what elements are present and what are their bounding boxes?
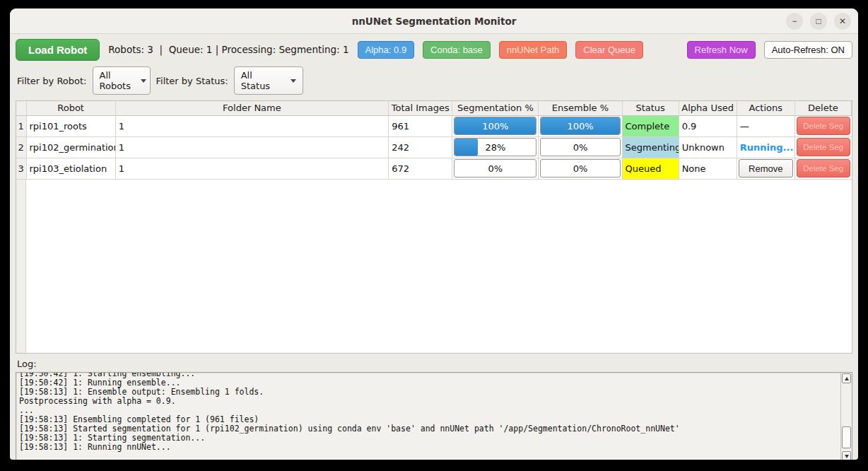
row-number: 3 xyxy=(16,158,26,179)
scroll-down-icon[interactable] xyxy=(842,451,851,460)
robot-table: Robot Folder Name Total Images Segmentat… xyxy=(16,100,852,354)
progress-label: 0% xyxy=(541,139,619,156)
cell-segmentation: 28% xyxy=(452,136,539,158)
close-button[interactable]: ✕ xyxy=(834,13,851,30)
delete-seg-button[interactable]: Delete Seg xyxy=(797,117,850,135)
status-badge: Complete xyxy=(622,115,679,136)
cell-folder: 1 xyxy=(115,136,388,158)
cell-alpha-used: 0.9 xyxy=(679,115,737,136)
cell-alpha-used: Unknown xyxy=(679,136,737,158)
robot-table-body: 1 rpi101_roots 1 961 100% 100% Complete … xyxy=(16,115,852,179)
cell-alpha-used: None xyxy=(679,158,737,179)
log-area[interactable]: [19:50:42] 1: Starting ensembling...[19:… xyxy=(16,372,852,460)
status-badge: Segmenting xyxy=(622,136,679,158)
cell-total-images: 672 xyxy=(389,158,452,179)
table-row[interactable]: 1 rpi101_roots 1 961 100% 100% Complete … xyxy=(16,115,852,136)
window-title: nnUNet Segmentation Monitor xyxy=(352,16,517,27)
progress-label: 0% xyxy=(454,160,536,177)
progress-label: 0% xyxy=(541,160,619,177)
running-label: Running... xyxy=(739,142,794,153)
scroll-up-icon[interactable] xyxy=(842,373,851,383)
log-line: [19:58:13] 1: Running nnUNet... xyxy=(19,443,852,452)
progress-label: 100% xyxy=(454,117,536,134)
log-line: Postprocessing with alpha = 0.9. xyxy=(19,397,852,406)
row-number: 2 xyxy=(16,136,26,158)
header-folder-name: Folder Name xyxy=(115,101,388,115)
segmentation-progressbar: 0% xyxy=(454,159,536,178)
cell-ensemble: 100% xyxy=(539,115,622,136)
nnunet-path-button[interactable]: nnUNet Path xyxy=(499,41,567,59)
cell-robot: rpi102_germination xyxy=(26,136,115,158)
cell-robot: rpi101_roots xyxy=(26,115,115,136)
log-scrollbar[interactable] xyxy=(840,373,852,460)
robot-filter-dropdown[interactable]: All Robots xyxy=(93,66,151,95)
progress-label: 100% xyxy=(541,117,619,134)
filter-bar: Filter by Robot: All Robots Filter by St… xyxy=(10,65,858,100)
cell-delete: Delete Seg xyxy=(794,158,851,179)
header-alpha-used: Alpha Used xyxy=(679,101,737,115)
chevron-down-icon xyxy=(291,79,296,83)
header-actions: Actions xyxy=(737,101,794,115)
cell-ensemble: 0% xyxy=(539,158,622,179)
cell-robot: rpi103_etiolation xyxy=(26,158,115,179)
cell-folder: 1 xyxy=(115,158,388,179)
filter-robot-label: Filter by Robot: xyxy=(17,76,87,86)
delete-seg-button[interactable]: Delete Seg xyxy=(797,138,850,156)
alpha-button[interactable]: Alpha: 0.9 xyxy=(358,41,415,59)
maximize-button[interactable]: □ xyxy=(810,13,827,30)
conda-env-button[interactable]: Conda: base xyxy=(423,41,491,59)
cell-folder: 1 xyxy=(115,115,388,136)
status-badge: Queued xyxy=(622,158,679,179)
auto-refresh-toggle[interactable]: Auto-Refresh: ON xyxy=(764,41,852,59)
load-robot-button[interactable]: Load Robot xyxy=(16,39,100,61)
cell-actions: Remove xyxy=(737,158,794,179)
header-robot: Robot xyxy=(26,101,115,115)
minimize-button[interactable]: − xyxy=(786,13,803,30)
status-filter-value: All Status xyxy=(241,70,281,91)
cell-segmentation: 0% xyxy=(452,158,539,179)
window-controls: − □ ✕ xyxy=(786,13,851,30)
delete-seg-button[interactable]: Delete Seg xyxy=(797,159,850,178)
cell-total-images: 242 xyxy=(389,136,452,158)
cell-actions: Running... xyxy=(737,136,794,158)
cell-total-images: 961 xyxy=(389,115,452,136)
app-window: nnUNet Segmentation Monitor − □ ✕ Load R… xyxy=(10,8,858,460)
clear-queue-button[interactable]: Clear Queue xyxy=(575,41,643,59)
cell-delete: Delete Seg xyxy=(794,136,851,158)
title-bar: nnUNet Segmentation Monitor − □ ✕ xyxy=(10,8,858,34)
corner-header xyxy=(16,101,26,115)
header-ensemble: Ensemble % xyxy=(539,101,622,115)
status-filter-dropdown[interactable]: All Status xyxy=(234,66,303,95)
table-row[interactable]: 2 rpi102_germination 1 242 28% 0% Segmen… xyxy=(16,136,852,158)
filter-status-label: Filter by Status: xyxy=(156,76,228,86)
segmentation-progressbar: 100% xyxy=(454,117,536,135)
ensemble-progressbar: 0% xyxy=(540,138,620,156)
ensemble-progressbar: 100% xyxy=(540,117,620,135)
progress-label: 28% xyxy=(454,139,536,156)
cell-delete: Delete Seg xyxy=(794,115,851,136)
toolbar: Load Robot Robots: 3 | Queue: 1 | Proces… xyxy=(10,34,858,65)
refresh-now-button[interactable]: Refresh Now xyxy=(687,41,756,59)
table-header: Robot Folder Name Total Images Segmentat… xyxy=(16,101,852,115)
ensemble-progressbar: 0% xyxy=(540,159,620,178)
cell-actions: — xyxy=(737,115,794,136)
cell-segmentation: 100% xyxy=(452,115,539,136)
table-row[interactable]: 3 rpi103_etiolation 1 672 0% 0% Queued N… xyxy=(16,158,852,179)
header-delete: Delete xyxy=(794,101,851,115)
segmentation-progressbar: 28% xyxy=(454,138,536,156)
scrollbar-thumb[interactable] xyxy=(842,426,851,449)
header-status: Status xyxy=(622,101,679,115)
log-label: Log: xyxy=(10,354,858,372)
cell-ensemble: 0% xyxy=(539,136,622,158)
log-content: [19:50:42] 1: Starting ensembling...[19:… xyxy=(19,372,852,452)
status-summary: Robots: 3 | Queue: 1 | Processing: Segme… xyxy=(108,44,348,55)
chevron-down-icon xyxy=(141,79,146,83)
row-number: 1 xyxy=(16,115,26,136)
header-segmentation: Segmentation % xyxy=(452,101,539,115)
remove-button[interactable]: Remove xyxy=(739,159,793,178)
actions-text: — xyxy=(739,121,749,132)
robot-filter-value: All Robots xyxy=(100,70,131,91)
header-total-images: Total Images xyxy=(389,101,452,115)
